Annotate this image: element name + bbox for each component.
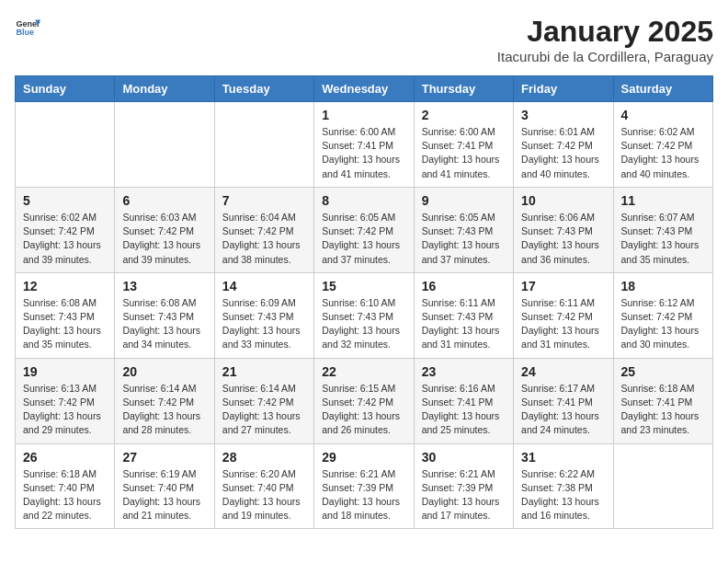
logo-icon: General Blue [15,15,40,40]
calendar-cell [613,443,712,529]
week-row-2: 5Sunrise: 6:02 AMSunset: 7:42 PMDaylight… [16,187,713,272]
page-header: General Blue January 2025 Itacurubi de l… [15,15,713,64]
calendar-cell: 18Sunrise: 6:12 AMSunset: 7:42 PMDayligh… [613,272,712,358]
day-number: 1 [322,108,405,122]
calendar-cell: 31Sunrise: 6:22 AMSunset: 7:38 PMDayligh… [514,443,613,529]
calendar-cell: 11Sunrise: 6:07 AMSunset: 7:43 PMDayligh… [613,187,712,272]
day-number: 6 [122,193,206,208]
day-number: 20 [122,364,206,379]
day-info: Sunrise: 6:21 AMSunset: 7:39 PMDaylight:… [322,467,405,523]
calendar-cell: 21Sunrise: 6:14 AMSunset: 7:42 PMDayligh… [214,358,313,443]
calendar-cell: 5Sunrise: 6:02 AMSunset: 7:42 PMDaylight… [16,187,115,272]
title-section: January 2025 Itacurubi de la Cordillera,… [497,15,713,64]
day-number: 28 [222,450,306,465]
day-info: Sunrise: 6:14 AMSunset: 7:42 PMDaylight:… [222,382,306,438]
logo: General Blue [15,15,40,40]
calendar-cell: 25Sunrise: 6:18 AMSunset: 7:41 PMDayligh… [613,358,712,443]
day-number: 26 [23,450,107,465]
calendar-cell: 15Sunrise: 6:10 AMSunset: 7:43 PMDayligh… [314,272,414,358]
calendar-table: SundayMondayTuesdayWednesdayThursdayFrid… [15,75,713,529]
calendar-cell: 26Sunrise: 6:18 AMSunset: 7:40 PMDayligh… [16,443,115,529]
week-row-4: 19Sunrise: 6:13 AMSunset: 7:42 PMDayligh… [16,358,713,443]
calendar-cell: 7Sunrise: 6:04 AMSunset: 7:42 PMDaylight… [214,187,313,272]
calendar-cell: 2Sunrise: 6:00 AMSunset: 7:41 PMDaylight… [414,102,513,188]
calendar-cell: 23Sunrise: 6:16 AMSunset: 7:41 PMDayligh… [414,358,513,443]
day-number: 11 [621,193,705,208]
calendar-cell: 30Sunrise: 6:21 AMSunset: 7:39 PMDayligh… [414,443,513,529]
day-number: 5 [23,193,107,208]
day-info: Sunrise: 6:07 AMSunset: 7:43 PMDaylight:… [621,211,705,267]
day-info: Sunrise: 6:08 AMSunset: 7:43 PMDaylight:… [23,296,107,352]
calendar-cell: 24Sunrise: 6:17 AMSunset: 7:41 PMDayligh… [514,358,613,443]
day-number: 7 [222,193,306,208]
day-info: Sunrise: 6:03 AMSunset: 7:42 PMDaylight:… [122,211,206,267]
calendar-cell: 28Sunrise: 6:20 AMSunset: 7:40 PMDayligh… [214,443,313,529]
day-info: Sunrise: 6:12 AMSunset: 7:42 PMDaylight:… [621,296,705,352]
day-number: 18 [621,279,705,293]
calendar-cell: 4Sunrise: 6:02 AMSunset: 7:42 PMDaylight… [613,102,712,188]
day-info: Sunrise: 6:10 AMSunset: 7:43 PMDaylight:… [322,296,405,352]
day-number: 27 [122,450,206,465]
weekday-header-friday: Friday [514,76,613,102]
day-info: Sunrise: 6:09 AMSunset: 7:43 PMDaylight:… [222,296,306,352]
svg-text:Blue: Blue [16,28,34,37]
day-number: 13 [122,279,206,293]
day-info: Sunrise: 6:00 AMSunset: 7:41 PMDaylight:… [422,125,506,181]
day-info: Sunrise: 6:01 AMSunset: 7:42 PMDaylight:… [521,125,605,181]
weekday-header-monday: Monday [115,76,214,102]
weekday-header-thursday: Thursday [414,76,513,102]
day-number: 19 [23,364,107,379]
day-info: Sunrise: 6:14 AMSunset: 7:42 PMDaylight:… [122,382,206,438]
day-info: Sunrise: 6:02 AMSunset: 7:42 PMDaylight:… [23,211,107,267]
day-number: 24 [521,364,605,379]
day-info: Sunrise: 6:06 AMSunset: 7:43 PMDaylight:… [521,211,605,267]
day-number: 8 [322,193,405,208]
day-info: Sunrise: 6:20 AMSunset: 7:40 PMDaylight:… [222,467,306,523]
day-number: 16 [422,279,506,293]
week-row-3: 12Sunrise: 6:08 AMSunset: 7:43 PMDayligh… [16,272,713,358]
calendar-cell: 8Sunrise: 6:05 AMSunset: 7:42 PMDaylight… [314,187,414,272]
day-number: 31 [521,450,605,465]
day-number: 10 [521,193,605,208]
weekday-header-sunday: Sunday [16,76,115,102]
day-number: 21 [222,364,306,379]
day-number: 12 [23,279,107,293]
calendar-cell: 6Sunrise: 6:03 AMSunset: 7:42 PMDaylight… [115,187,214,272]
calendar-cell: 16Sunrise: 6:11 AMSunset: 7:43 PMDayligh… [414,272,513,358]
weekday-header-row: SundayMondayTuesdayWednesdayThursdayFrid… [16,76,713,102]
day-info: Sunrise: 6:22 AMSunset: 7:38 PMDaylight:… [521,467,605,523]
day-info: Sunrise: 6:15 AMSunset: 7:42 PMDaylight:… [322,382,405,438]
day-info: Sunrise: 6:18 AMSunset: 7:41 PMDaylight:… [621,382,705,438]
day-info: Sunrise: 6:18 AMSunset: 7:40 PMDaylight:… [23,467,107,523]
weekday-header-wednesday: Wednesday [314,76,414,102]
day-info: Sunrise: 6:16 AMSunset: 7:41 PMDaylight:… [422,382,506,438]
calendar-cell: 3Sunrise: 6:01 AMSunset: 7:42 PMDaylight… [514,102,613,188]
location-title: Itacurubi de la Cordillera, Paraguay [497,49,713,64]
calendar-cell: 20Sunrise: 6:14 AMSunset: 7:42 PMDayligh… [115,358,214,443]
calendar-cell: 12Sunrise: 6:08 AMSunset: 7:43 PMDayligh… [16,272,115,358]
calendar-cell [16,102,115,188]
day-info: Sunrise: 6:05 AMSunset: 7:42 PMDaylight:… [322,211,405,267]
day-number: 14 [222,279,306,293]
day-number: 4 [621,108,705,122]
week-row-1: 1Sunrise: 6:00 AMSunset: 7:41 PMDaylight… [16,102,713,188]
day-info: Sunrise: 6:00 AMSunset: 7:41 PMDaylight:… [322,125,405,181]
calendar-cell [115,102,214,188]
day-info: Sunrise: 6:13 AMSunset: 7:42 PMDaylight:… [23,382,107,438]
month-title: January 2025 [497,15,713,49]
calendar-cell: 14Sunrise: 6:09 AMSunset: 7:43 PMDayligh… [214,272,313,358]
calendar-cell: 13Sunrise: 6:08 AMSunset: 7:43 PMDayligh… [115,272,214,358]
calendar-cell [214,102,313,188]
calendar-cell: 17Sunrise: 6:11 AMSunset: 7:42 PMDayligh… [514,272,613,358]
week-row-5: 26Sunrise: 6:18 AMSunset: 7:40 PMDayligh… [16,443,713,529]
day-info: Sunrise: 6:11 AMSunset: 7:42 PMDaylight:… [521,296,605,352]
day-number: 15 [322,279,405,293]
day-number: 3 [521,108,605,122]
day-number: 9 [422,193,506,208]
day-number: 17 [521,279,605,293]
day-info: Sunrise: 6:02 AMSunset: 7:42 PMDaylight:… [621,125,705,181]
day-number: 30 [422,450,506,465]
calendar-cell: 9Sunrise: 6:05 AMSunset: 7:43 PMDaylight… [414,187,513,272]
day-info: Sunrise: 6:08 AMSunset: 7:43 PMDaylight:… [122,296,206,352]
day-info: Sunrise: 6:04 AMSunset: 7:42 PMDaylight:… [222,211,306,267]
